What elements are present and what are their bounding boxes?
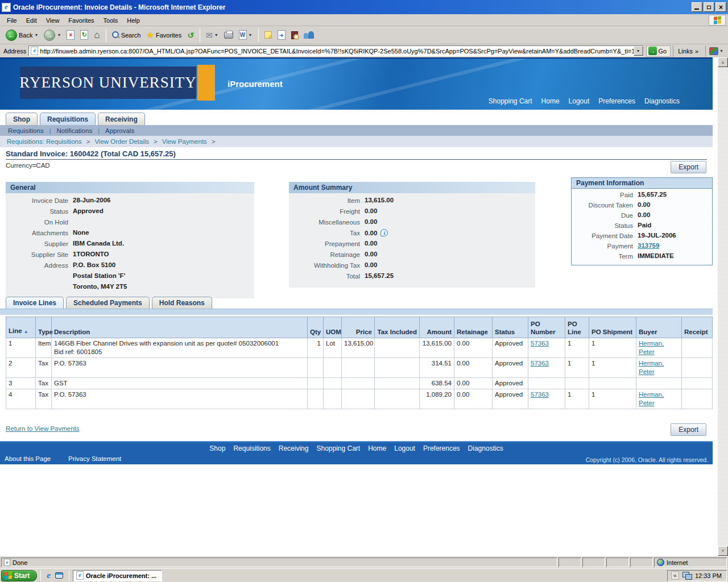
address-dropdown-button[interactable]: ▼ — [634, 46, 643, 56]
menu-file[interactable]: File — [2, 16, 22, 25]
taskbar-window-button[interactable]: e Oracle iProcurement: ... — [73, 570, 162, 581]
tax-info-icon[interactable]: i — [380, 229, 388, 236]
global-link-preferences[interactable]: Preferences — [598, 97, 635, 105]
footer-link-shop[interactable]: Shop — [209, 444, 225, 452]
subnav-notifications[interactable]: Notifications — [57, 127, 93, 134]
column-header-description[interactable]: Description — [52, 317, 308, 338]
column-header-retainage[interactable]: Retainage — [454, 317, 493, 338]
global-link-logout[interactable]: Logout — [569, 97, 590, 105]
tab-receiving[interactable]: Receiving — [98, 113, 145, 125]
search-label: Search — [121, 32, 141, 39]
sticky-note-button[interactable] — [262, 30, 274, 40]
column-header-po-number[interactable]: PO Number — [528, 317, 565, 338]
forward-dropdown-icon[interactable]: ▼ — [57, 33, 61, 37]
global-link-shopping-cart[interactable]: Shopping Cart — [489, 97, 532, 105]
column-header-tax-included[interactable]: Tax Included — [375, 317, 420, 338]
po-number-link[interactable]: 57363 — [531, 391, 549, 398]
footer-about-this-page-link[interactable]: About this Page — [5, 455, 51, 462]
messenger-button[interactable] — [301, 30, 316, 40]
menu-favorites[interactable]: Favorites — [64, 16, 98, 25]
subtab-scheduled-payments[interactable]: Scheduled Payments — [66, 297, 150, 309]
global-link-diagnostics[interactable]: Diagnostics — [644, 97, 680, 105]
footer-link-logout[interactable]: Logout — [394, 444, 415, 452]
footer-link-receiving[interactable]: Receiving — [279, 444, 309, 452]
column-header-qty[interactable]: Qty — [308, 317, 324, 338]
export-button-bottom[interactable]: Export — [671, 423, 706, 436]
general-label: Supplier — [6, 240, 68, 247]
column-header-amount[interactable]: Amount — [420, 317, 454, 338]
edit-with-word-button[interactable]: W ▼ — [237, 29, 255, 41]
payment-payment-link[interactable]: 313759 — [638, 242, 659, 249]
mail-button[interactable]: ✉ ▼ — [204, 30, 221, 41]
column-header-po-line[interactable]: PO Line — [565, 317, 589, 338]
menu-help[interactable]: Help — [122, 16, 144, 25]
footer-privacy-statement-link[interactable]: Privacy Statement — [68, 455, 121, 462]
subnav-approvals[interactable]: Approvals — [105, 127, 134, 134]
footer-link-home[interactable]: Home — [368, 444, 386, 452]
tab-shop[interactable]: Shop — [6, 113, 38, 125]
menu-edit[interactable]: Edit — [22, 16, 42, 25]
footer-link-shopping-cart[interactable]: Shopping Cart — [316, 444, 360, 452]
subtab-hold-reasons[interactable]: Hold Reasons — [152, 297, 212, 309]
network-tray-icon[interactable] — [682, 572, 692, 579]
favorites-button[interactable]: ★ Favorites — [144, 29, 184, 41]
close-button[interactable]: × — [715, 2, 726, 12]
column-header-receipt[interactable]: Receipt — [682, 317, 713, 338]
column-header-type[interactable]: Type — [36, 317, 52, 338]
links-toolbar[interactable]: Links » — [673, 45, 703, 57]
menu-tools[interactable]: Tools — [99, 16, 123, 25]
print-button[interactable] — [222, 31, 235, 40]
stop-button[interactable]: × — [64, 29, 77, 41]
column-header-price[interactable]: Price — [342, 317, 375, 338]
start-button[interactable]: Start — [1, 570, 37, 581]
footer-link-diagnostics[interactable]: Diagnostics — [468, 444, 503, 452]
column-header-po-shipment[interactable]: PO Shipment — [589, 317, 636, 338]
buyer-link[interactable]: Herman, Peter — [639, 340, 664, 355]
return-to-view-payments-link[interactable]: Return to View Payments — [6, 425, 80, 432]
scroll-down-button[interactable]: ▼ — [718, 546, 728, 556]
subtab-invoice-lines[interactable]: Invoice Lines — [6, 297, 64, 309]
breadcrumb-view-order-details[interactable]: View Order Details — [94, 138, 149, 145]
footer-link-preferences[interactable]: Preferences — [423, 444, 460, 452]
po-number-link[interactable]: 57363 — [531, 360, 549, 367]
address-input[interactable]: e http://finuweb.admin.ryerson.ca:8007/O… — [28, 45, 643, 56]
buyer-link[interactable]: Herman, Peter — [639, 391, 664, 406]
scroll-up-button[interactable]: ▲ — [718, 57, 728, 67]
research-button[interactable] — [289, 30, 300, 40]
tab-requisitions[interactable]: Requisitions — [40, 113, 96, 125]
go-button[interactable]: → Go — [646, 45, 671, 57]
restore-button[interactable] — [704, 2, 714, 12]
column-header-status[interactable]: Status — [493, 317, 528, 338]
po-number-link[interactable]: 57363 — [531, 340, 549, 347]
column-header-uom[interactable]: UOM — [324, 317, 342, 338]
global-link-home[interactable]: Home — [541, 97, 560, 105]
sort-ascending-icon[interactable]: ▲ — [24, 329, 28, 334]
mail-dropdown-icon[interactable]: ▼ — [214, 33, 218, 37]
links-chevron-icon[interactable]: » — [695, 48, 698, 55]
footer-link-requisitions[interactable]: Requisitions — [233, 444, 270, 452]
back-dropdown-icon[interactable]: ▼ — [34, 33, 38, 37]
edit-page-button[interactable]: ➔ — [275, 29, 288, 41]
subnav-requisitions[interactable]: Requisitions — [8, 127, 44, 134]
back-button[interactable]: ← Back ▼ — [3, 28, 40, 42]
edit-dropdown-icon[interactable]: ▼ — [249, 33, 253, 37]
search-button[interactable]: Search — [110, 30, 143, 40]
column-header-buyer[interactable]: Buyer — [636, 317, 682, 338]
invoice-lines-table: Line▲TypeDescriptionQtyUOMPriceTax Inclu… — [6, 317, 713, 409]
breadcrumb-view-payments[interactable]: View Payments — [162, 138, 207, 145]
tray-chevron-button[interactable]: « — [671, 571, 679, 580]
quick-launch-ie-icon[interactable]: e — [47, 571, 51, 580]
home-button[interactable]: ⌂ — [92, 28, 102, 42]
menu-view[interactable]: View — [42, 16, 64, 25]
minimize-button[interactable] — [692, 2, 702, 12]
buyer-link[interactable]: Herman, Peter — [639, 360, 664, 375]
export-button-top[interactable]: Export — [671, 161, 706, 173]
breadcrumb-requisitions-requisitions[interactable]: Requisitions: Requisitions — [7, 138, 82, 145]
refresh-button[interactable]: ↻ — [78, 29, 90, 41]
history-button[interactable]: ↺ — [185, 30, 196, 41]
extension-button[interactable]: ▼ — [705, 45, 727, 57]
column-header-line[interactable]: Line▲ — [6, 317, 36, 338]
forward-button[interactable]: → ▼ — [42, 28, 63, 42]
vertical-scrollbar[interactable]: ▲ ▼ — [718, 57, 728, 556]
quick-launch-desktop-icon[interactable] — [55, 572, 63, 579]
